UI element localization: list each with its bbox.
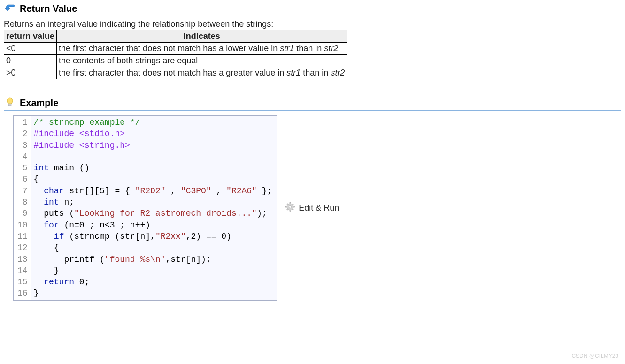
table-cell-value: <0 — [4, 43, 57, 55]
table-header-indicates: indicates — [57, 30, 347, 43]
table-header-row: return value indicates — [4, 30, 347, 43]
svg-rect-6 — [290, 210, 291, 211]
return-arrow-icon — [4, 3, 16, 14]
svg-rect-5 — [290, 202, 291, 204]
edit-run-button[interactable]: Edit & Run — [285, 202, 339, 214]
table-header-value: return value — [4, 30, 57, 43]
gear-icon — [285, 202, 295, 214]
svg-point-4 — [289, 205, 292, 208]
svg-rect-8 — [293, 206, 295, 207]
code-gutter: 12345678910111213141516 — [14, 116, 31, 300]
table-row: >0 the first character that does not mat… — [4, 67, 347, 79]
example-header: Example — [4, 97, 621, 111]
svg-point-0 — [7, 98, 13, 104]
return-value-description: Returns an integral value indicating the… — [4, 19, 621, 29]
svg-rect-2 — [9, 106, 11, 106]
table-row: <0 the first character that does not mat… — [4, 43, 347, 55]
edit-run-label: Edit & Run — [299, 203, 339, 213]
table-row: 0 the contents of both strings are equal — [4, 55, 347, 67]
return-value-table: return value indicates <0 the first char… — [4, 30, 347, 79]
return-value-header: Return Value — [4, 3, 621, 16]
lightbulb-icon — [4, 97, 16, 108]
code-content: /* strncmp example */ #include <stdio.h>… — [31, 116, 277, 300]
return-value-title: Return Value — [20, 3, 77, 14]
svg-rect-1 — [8, 104, 11, 106]
example-title: Example — [20, 98, 58, 108]
table-cell-indicates: the first character that does not match … — [57, 43, 347, 55]
table-cell-indicates: the first character that does not match … — [57, 67, 347, 79]
table-cell-value: >0 — [4, 67, 57, 79]
table-cell-value: 0 — [4, 55, 57, 67]
code-example: 12345678910111213141516 /* strncmp examp… — [13, 115, 277, 301]
svg-rect-7 — [286, 206, 287, 207]
table-cell-indicates: the contents of both strings are equal — [57, 55, 347, 67]
